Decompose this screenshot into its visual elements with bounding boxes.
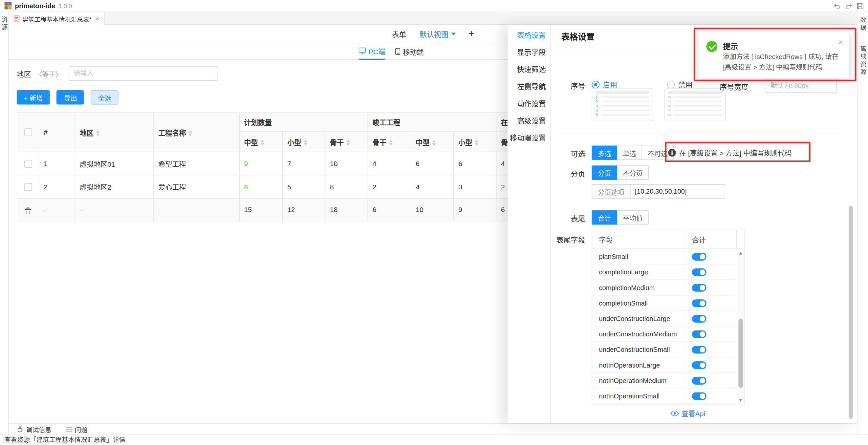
document-tab[interactable]: 建筑工程基本情况汇总表* × bbox=[9, 12, 105, 25]
select-all-button[interactable]: 全选 bbox=[91, 90, 119, 105]
sort-icon[interactable] bbox=[432, 140, 436, 146]
data-rail-tab[interactable]: 数据 bbox=[859, 17, 867, 32]
filter-input[interactable] bbox=[69, 66, 218, 81]
toast-title: 提示 bbox=[723, 40, 738, 52]
sort-icon[interactable] bbox=[347, 140, 350, 146]
header-region: 地区 bbox=[75, 113, 153, 152]
table-cell: 6 bbox=[411, 152, 454, 175]
header-uc-backbone: 骨干 bbox=[496, 131, 508, 152]
field-sum-toggle[interactable] bbox=[692, 361, 707, 369]
close-tab-icon[interactable]: × bbox=[96, 15, 99, 23]
scroll-down-icon[interactable] bbox=[739, 399, 742, 402]
list-item: completionLarge bbox=[592, 264, 744, 280]
field-sum-toggle[interactable] bbox=[692, 299, 707, 307]
sort-icon[interactable] bbox=[475, 140, 478, 146]
option-average[interactable]: 平均值 bbox=[617, 210, 649, 225]
settings-nav-display-fields[interactable]: 显示字段 bbox=[507, 43, 550, 60]
preview-header-bar bbox=[595, 91, 649, 94]
view-api-link[interactable]: 查看Api bbox=[612, 408, 764, 418]
view-selector-label: 默认视图 bbox=[420, 29, 448, 39]
row-checkbox[interactable] bbox=[24, 183, 32, 191]
field-sum-toggle[interactable] bbox=[692, 330, 707, 338]
header-done-medium: 中型 bbox=[411, 131, 454, 152]
footer-label: 表尾 bbox=[551, 213, 585, 223]
option-single-select[interactable]: 单选 bbox=[617, 146, 642, 160]
column-header-sum: 合计 bbox=[685, 230, 737, 248]
preview-header-bar bbox=[668, 91, 722, 94]
field-sum-toggle[interactable] bbox=[692, 268, 707, 276]
serial-width-input[interactable] bbox=[766, 78, 837, 93]
view-selector[interactable]: 默认视图 bbox=[420, 29, 456, 39]
list-item: underConstructionSmall bbox=[592, 342, 744, 357]
list-item: notInOperationLarge bbox=[592, 357, 744, 373]
field-sum-toggle[interactable] bbox=[692, 376, 707, 384]
panel-scrollbar-thumb[interactable] bbox=[849, 206, 853, 419]
serial-label: 序号 bbox=[551, 81, 585, 91]
sort-icon[interactable] bbox=[261, 140, 264, 146]
table-cell: 4 bbox=[496, 152, 508, 175]
sort-icon[interactable] bbox=[304, 140, 307, 146]
tab-pc[interactable]: PC端 bbox=[359, 43, 385, 60]
title-bar: primeton-ide 1.0.0 bbox=[0, 0, 868, 12]
inner-scrollbar[interactable] bbox=[737, 249, 744, 404]
sort-icon[interactable] bbox=[389, 140, 392, 146]
settings-nav-actions[interactable]: 动作设置 bbox=[507, 95, 550, 112]
scroll-up-icon[interactable] bbox=[739, 252, 742, 254]
table-cell: 2 bbox=[368, 175, 411, 198]
field-name: underConstructionLarge bbox=[592, 311, 685, 326]
settings-nav-left-nav[interactable]: 左侧导航 bbox=[507, 77, 550, 95]
export-button[interactable]: 导出 bbox=[57, 90, 84, 105]
status-text: 查看资源「建筑工程基本情况汇总表」详情 bbox=[4, 437, 125, 443]
resources-rail-tab[interactable]: 资源 bbox=[0, 16, 8, 435]
table-cell: 18 bbox=[326, 198, 368, 221]
problems-button[interactable]: 问题 bbox=[66, 425, 88, 434]
undo-icon[interactable] bbox=[834, 3, 840, 9]
redo-icon[interactable] bbox=[845, 3, 852, 9]
tab-mobile-label: 移动端 bbox=[403, 46, 424, 57]
pagination-label: 分页 bbox=[551, 168, 585, 179]
scrollbar-thumb[interactable] bbox=[738, 319, 743, 388]
select-all-checkbox[interactable] bbox=[24, 129, 32, 136]
option-paging-off[interactable]: 不分页 bbox=[617, 165, 649, 180]
toast-close-icon[interactable]: × bbox=[838, 38, 843, 46]
table-cell: 2 bbox=[496, 175, 508, 198]
row-checkbox[interactable] bbox=[24, 160, 32, 168]
settings-nav-advanced[interactable]: 高级设置 bbox=[507, 112, 550, 129]
settings-nav-mobile[interactable]: 移动端设置 bbox=[507, 129, 550, 146]
pagination-options-input[interactable] bbox=[630, 184, 725, 199]
table-cell: 10 bbox=[326, 152, 368, 175]
selectable-hint-text: 在 [高级设置 > 方法] 中编写规则代码 bbox=[679, 147, 792, 158]
add-view-button[interactable]: + bbox=[469, 29, 474, 39]
settings-nav-quick-filter[interactable]: 快速筛选 bbox=[507, 60, 550, 77]
table-settings-panel: 表格设置 显示字段 快速筛选 左侧导航 动作设置 高级设置 移动端设置 表格设置… bbox=[507, 25, 857, 423]
field-sum-toggle[interactable] bbox=[692, 392, 707, 400]
field-sum-toggle[interactable] bbox=[692, 315, 707, 323]
settings-content: 表格设置 序号 启用 禁用 1 2 3 4 5 bbox=[551, 25, 857, 423]
offline-resources-rail-tab[interactable]: 离线资源 bbox=[859, 45, 867, 76]
tab-mobile[interactable]: 移动端 bbox=[395, 43, 424, 60]
monitor-icon bbox=[359, 47, 366, 54]
form-tab[interactable]: 表单 bbox=[392, 29, 406, 39]
save-icon[interactable] bbox=[857, 3, 863, 9]
add-row-button[interactable]: + 新增 bbox=[17, 90, 50, 105]
header-project-name: 工程名称 bbox=[154, 113, 239, 152]
filter-operator: 〈等于〉 bbox=[35, 69, 62, 78]
option-paging-on[interactable]: 分页 bbox=[592, 165, 618, 180]
preview-bar bbox=[601, 101, 649, 102]
field-sum-toggle[interactable] bbox=[692, 284, 707, 291]
table-cell: 6 bbox=[454, 152, 496, 175]
debug-info-button[interactable]: 调试信息 bbox=[17, 425, 52, 434]
settings-nav-table[interactable]: 表格设置 bbox=[507, 26, 550, 43]
document-tab-title: 建筑工程基本情况汇总表* bbox=[22, 14, 91, 23]
preview-row-number: 5 bbox=[595, 114, 599, 116]
option-multi-select[interactable]: 多选 bbox=[592, 146, 618, 160]
field-sum-toggle[interactable] bbox=[692, 346, 707, 353]
sort-icon[interactable] bbox=[96, 131, 99, 136]
table-cell: 9 bbox=[454, 198, 496, 221]
option-sum[interactable]: 合计 bbox=[592, 210, 618, 225]
sort-icon[interactable] bbox=[189, 131, 192, 136]
preview-dash bbox=[668, 101, 671, 102]
field-sum-toggle[interactable] bbox=[692, 253, 707, 261]
preview-dash bbox=[668, 105, 671, 107]
document-icon bbox=[14, 15, 19, 22]
